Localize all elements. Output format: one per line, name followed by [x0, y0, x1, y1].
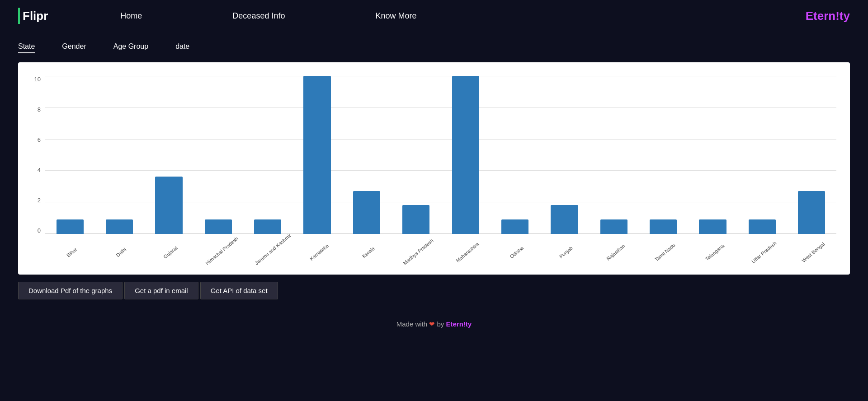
bar — [650, 219, 677, 234]
tab-date[interactable]: date — [175, 41, 189, 53]
footer-brand: Etern!ty — [446, 320, 472, 328]
nav-brand[interactable]: Etern!ty — [806, 9, 850, 23]
bar-group: Bihar — [45, 76, 94, 234]
bar-group: Tamil Nadu — [639, 76, 688, 234]
tab-age-group[interactable]: Age Group — [113, 41, 148, 53]
logo[interactable]: Flipr — [18, 8, 48, 24]
bar-label: Madhya Pradesh — [402, 238, 434, 266]
logo-text: Flipr — [23, 9, 48, 23]
bar — [551, 205, 578, 234]
nav-home[interactable]: Home — [120, 11, 142, 21]
bar — [501, 219, 528, 234]
bar-group: Odisha — [490, 76, 539, 234]
y-axis-label: 6 — [27, 136, 41, 143]
bar-label: Tamil Nadu — [650, 238, 681, 266]
navbar: Flipr Home Deceased Info Know More Etern… — [0, 0, 868, 32]
bar-group: Maharashtra — [441, 76, 490, 234]
bar-group: Gujarat — [144, 76, 193, 234]
bar-group: Kerala — [342, 76, 391, 234]
bar-label: Gujarat — [155, 238, 186, 266]
bar — [402, 205, 429, 234]
bar-label: Uttar Pradesh — [748, 238, 779, 266]
bar-label: Punjab — [551, 238, 582, 266]
y-axis: 0246810 — [27, 76, 41, 247]
bar-group: Delhi — [94, 76, 144, 234]
bar-group: Rajasthan — [589, 76, 638, 234]
bar-group: West Bengal — [787, 76, 836, 234]
logo-bar — [18, 8, 20, 24]
bar-label: Himachal Pradesh — [204, 238, 236, 266]
api-dataset-button[interactable]: Get API of data set — [200, 282, 278, 299]
bar-label: Telangana — [699, 238, 730, 266]
bar-label: Rajasthan — [600, 238, 631, 266]
bar-group: Uttar Pradesh — [737, 76, 787, 234]
y-axis-label: 2 — [27, 197, 41, 204]
nav-know-more[interactable]: Know More — [375, 11, 416, 21]
y-axis-label: 4 — [27, 167, 41, 173]
nav-deceased-info[interactable]: Deceased Info — [232, 11, 285, 21]
bar-label: West Bengal — [798, 238, 829, 266]
bar-group: Karnataka — [292, 76, 342, 234]
tab-gender[interactable]: Gender — [62, 41, 86, 53]
bar — [254, 219, 281, 234]
bar-group: Telangana — [688, 76, 737, 234]
bar-group: Punjab — [540, 76, 589, 234]
bar-label: Odisha — [501, 238, 532, 266]
bar-group: Himachal Pradesh — [193, 76, 243, 234]
download-pdf-button[interactable]: Download Pdf of the graphs — [18, 282, 123, 299]
heart-icon: ❤ — [429, 320, 435, 328]
chart-inner: BiharDelhiGujaratHimachal PradeshJammu a… — [45, 76, 836, 247]
bar — [57, 219, 84, 234]
email-pdf-button[interactable]: Get a pdf in email — [124, 282, 198, 299]
bar-group: Jammu and Kashmir — [243, 76, 292, 234]
nav-links: Home Deceased Info Know More — [120, 11, 805, 21]
bar — [749, 219, 776, 234]
bar-group: Madhya Pradesh — [392, 76, 441, 234]
chart-container: BiharDelhiGujaratHimachal PradeshJammu a… — [18, 62, 850, 275]
bar-label: Bihar — [56, 238, 87, 266]
action-buttons: Download Pdf of the graphs Get a pdf in … — [0, 275, 868, 307]
bar-label: Jammu and Kashmir — [254, 238, 285, 266]
bar — [205, 219, 232, 234]
bar — [452, 76, 479, 234]
bar-label: Karnataka — [303, 238, 335, 266]
bar-label: Delhi — [105, 238, 137, 266]
y-axis-label: 0 — [27, 227, 41, 234]
bar-label: Kerala — [353, 238, 384, 266]
footer-text: Made with ❤ by Etern!ty — [396, 320, 472, 328]
tab-state[interactable]: State — [18, 41, 35, 53]
bar — [798, 191, 825, 234]
bar — [600, 219, 627, 234]
y-axis-label: 8 — [27, 106, 41, 113]
bar — [353, 191, 380, 234]
bars-wrapper: BiharDelhiGujaratHimachal PradeshJammu a… — [45, 76, 836, 234]
bar — [106, 219, 133, 234]
filter-tabs: State Gender Age Group date — [0, 32, 868, 62]
bar — [303, 76, 330, 234]
footer: Made with ❤ by Etern!ty — [0, 307, 868, 342]
bar — [699, 219, 726, 234]
bar-label: Maharashtra — [452, 238, 483, 266]
bar — [155, 177, 182, 234]
y-axis-label: 10 — [27, 76, 41, 83]
